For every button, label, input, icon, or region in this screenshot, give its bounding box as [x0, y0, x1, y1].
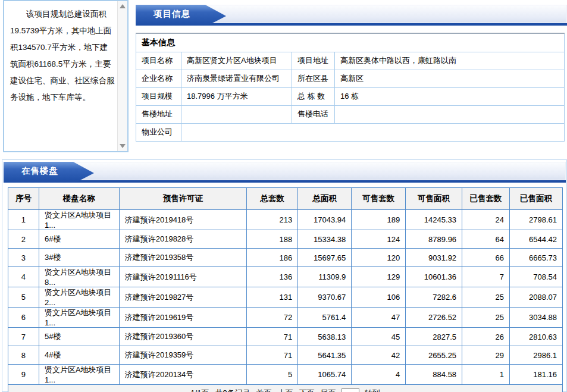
cell-presale-permit: 济建预许2019360号: [119, 328, 247, 346]
column-header-total-units: 总套数: [247, 188, 298, 210]
cell-sold-units: 24: [462, 210, 510, 230]
cell-presale-permit: 济建预许2020134号: [119, 365, 247, 385]
scroll-up-icon[interactable]: [120, 4, 126, 8]
company-label: 企业名称: [136, 70, 181, 87]
header-bar-underline: [4, 180, 566, 183]
cell-building-name: 5#楼: [39, 328, 119, 346]
last-page-link[interactable]: 尾页: [321, 388, 336, 392]
table-row: 项目名称 高新区贤文片区A地块项目 项目地址 高新区奥体中路以西，康虹路以南: [136, 52, 565, 70]
onsale-table-body: 1贤文片区A地块项目1...济建预许2019418号21317043.94189…: [8, 210, 563, 385]
cell-available-area: 8789.96: [406, 230, 462, 249]
project-info-header-bar: 项目信息: [136, 5, 567, 26]
cell-total-units: 71: [247, 328, 298, 346]
column-header-index: 序号: [8, 188, 39, 210]
table-row: 5贤文片区A地块项目2...济建预许2019827号1319370.671067…: [8, 287, 563, 308]
table-row: 9贤文片区A地块项目1...济建预许2020134号51065.744884.5…: [8, 365, 563, 385]
table-row: 75#楼济建预许2019360号715638.13452827.5262810.…: [8, 328, 563, 346]
cell-index: 8: [8, 346, 39, 365]
project-name-value: 高新区贤文片区A地块项目: [181, 52, 292, 70]
cell-available-units: 124: [352, 230, 406, 249]
column-header-building-name: 楼盘名称: [39, 188, 119, 210]
scale-label: 项目规模: [136, 87, 181, 105]
cell-sold-units: 25: [462, 287, 510, 308]
basic-info-title: 基本信息: [136, 33, 565, 52]
table-row: 4贤文片区A地块项目8...济建预许20191116号13611309.9129…: [8, 267, 563, 287]
cell-sold-area: 2088.07: [509, 287, 562, 308]
next-page-link[interactable]: 下页: [299, 388, 315, 392]
cell-available-units: 189: [352, 210, 406, 230]
cell-available-units: 42: [352, 346, 406, 365]
cell-sold-area: 2798.61: [509, 210, 562, 230]
project-address-value: 高新区奥体中路以西，康虹路以南: [335, 52, 565, 70]
sales-address-value: [181, 105, 292, 123]
cell-building-name: 贤文片区A地块项目1...: [39, 210, 119, 230]
table-row: 企业名称 济南泉景绿诺置业有限公司 所在区县 高新区: [136, 70, 565, 87]
cell-building-name: 贤文片区A地块项目2...: [39, 287, 119, 308]
cell-total-area: 5641.35: [298, 346, 352, 365]
onsale-table: 序号 楼盘名称 预售许可证 总套数 总面积 可售套数 可售面积 已售套数 已售面…: [8, 187, 563, 392]
project-description-panel: 该项目规划总建设面积19.5739平方米，其中地上面积134570.7平方米，地…: [3, 0, 129, 152]
column-header-available-area: 可售面积: [406, 188, 462, 210]
table-row: 项目规模 18.7996 万平方米 总 栋 数 16 栋: [136, 87, 565, 105]
cell-sold-area: 6544.42: [509, 230, 562, 249]
cell-index: 7: [8, 328, 39, 346]
cell-sold-units: 29: [462, 346, 510, 365]
goto-button[interactable]: 转到: [365, 388, 380, 392]
cell-total-units: 136: [247, 267, 298, 287]
project-address-label: 项目地址: [292, 52, 335, 70]
sales-phone-value: [335, 105, 565, 123]
cell-available-area: 2726.52: [406, 308, 462, 328]
table-row: 26#楼济建预许2019828号18815334.381248789.96646…: [8, 230, 563, 249]
page: 该项目规划总建设面积19.5739平方米，其中地上面积134570.7平方米，地…: [0, 0, 567, 392]
cell-sold-units: 1: [462, 365, 510, 385]
cell-total-area: 1065.74: [298, 365, 352, 385]
cell-sold-area: 708.54: [509, 267, 562, 287]
property-company-value: [181, 123, 565, 141]
pagination-bar: 1/1页共9条记录首页上页下页尾页转到: [8, 385, 563, 392]
cell-presale-permit: 济建预许2019827号: [119, 287, 247, 308]
scale-value: 18.7996 万平方米: [181, 87, 292, 105]
column-header-sold-units: 已售套数: [462, 188, 510, 210]
cell-available-units: 106: [352, 287, 406, 308]
goto-page-input[interactable]: [342, 388, 359, 392]
cell-presale-permit: 济建预许2019619号: [119, 308, 247, 328]
cell-available-area: 14245.33: [406, 210, 462, 230]
scrollbar[interactable]: [117, 1, 127, 151]
onsale-header-bar: 在售楼盘: [4, 162, 566, 183]
cell-presale-permit: 济建预许2019358号: [119, 249, 247, 267]
column-header-available-units: 可售套数: [352, 188, 406, 210]
cell-building-name: 贤文片区A地块项目1...: [39, 308, 119, 328]
sales-phone-label: 售楼电话: [292, 105, 335, 123]
cell-available-area: 10601.36: [406, 267, 462, 287]
cell-sold-area: 2986.1: [509, 346, 562, 365]
table-row: 84#楼济建预许2019359号715641.35422655.25292986…: [8, 346, 563, 365]
cell-total-units: 131: [247, 287, 298, 308]
first-page-link[interactable]: 首页: [256, 388, 272, 392]
cell-building-name: 贤文片区A地块项目1...: [39, 365, 119, 385]
cell-sold-units: 26: [462, 328, 510, 346]
table-row: 6贤文片区A地块项目1...济建预许2019619号725761.4472726…: [8, 308, 563, 328]
pagination-row: 1/1页共9条记录首页上页下页尾页转到: [8, 385, 563, 392]
cell-index: 5: [8, 287, 39, 308]
district-label: 所在区县: [292, 70, 335, 87]
project-info-panel: 项目信息 基本信息 项目名称 高新区贤文片区A地块项目 项目地址 高新区奥体中路…: [136, 5, 567, 142]
cell-index: 2: [8, 230, 39, 249]
cell-available-area: 7282.6: [406, 287, 462, 308]
cell-index: 6: [8, 308, 39, 328]
cell-total-area: 5761.4: [298, 308, 352, 328]
column-header-total-area: 总面积: [298, 188, 352, 210]
cell-total-units: 72: [247, 308, 298, 328]
cell-index: 9: [8, 365, 39, 385]
cell-sold-area: 181.16: [509, 365, 562, 385]
cell-available-area: 2655.25: [406, 346, 462, 365]
cell-available-area: 9031.92: [406, 249, 462, 267]
cell-available-units: 4: [352, 365, 406, 385]
project-description-text: 该项目规划总建设面积19.5739平方米，其中地上面积134570.7平方米，地…: [4, 1, 117, 151]
scroll-down-icon[interactable]: [120, 144, 126, 148]
cell-total-area: 15334.38: [298, 230, 352, 249]
prev-page-link[interactable]: 上页: [278, 388, 293, 392]
cell-building-name: 4#楼: [39, 346, 119, 365]
cell-available-area: 884.58: [406, 365, 462, 385]
cell-total-units: 71: [247, 346, 298, 365]
cell-building-name: 6#楼: [39, 230, 119, 249]
